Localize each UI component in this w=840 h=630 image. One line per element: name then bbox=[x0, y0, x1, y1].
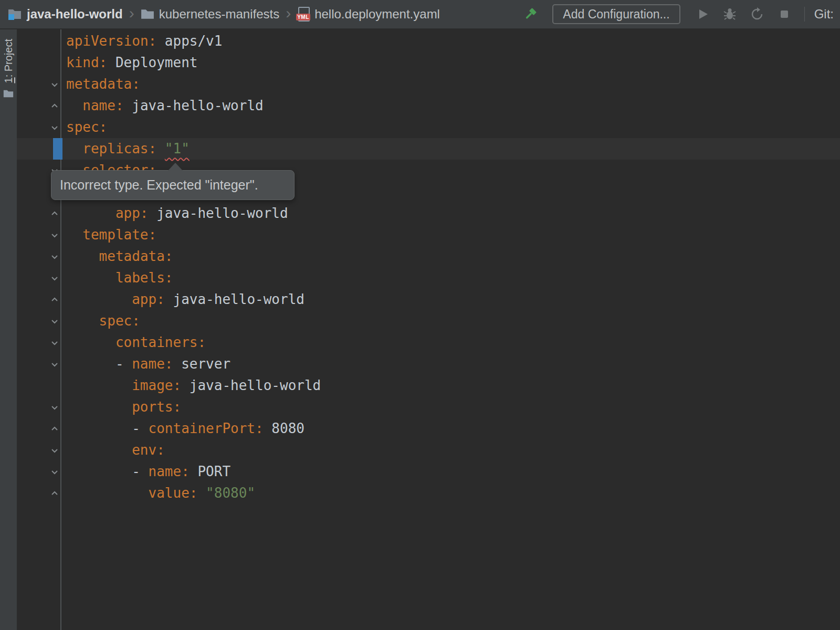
fold-region-end-icon[interactable] bbox=[50, 209, 59, 218]
debug-icon[interactable] bbox=[722, 7, 737, 22]
code-text: ports: bbox=[61, 396, 181, 418]
tooltip-text: Incorrect type. Expected "integer". bbox=[60, 177, 258, 193]
code-text: template: bbox=[61, 224, 156, 246]
code-line[interactable]: containers: bbox=[17, 332, 840, 353]
token-key: template: bbox=[82, 227, 156, 243]
token-key: name: bbox=[149, 464, 190, 479]
token-key: containerPort: bbox=[149, 421, 264, 436]
code-line[interactable]: apiVersion: apps/v1 bbox=[17, 30, 840, 52]
token-text bbox=[156, 141, 165, 156]
token-key: name: bbox=[82, 98, 123, 113]
code-line[interactable]: image: java-hello-world bbox=[17, 375, 840, 396]
code-line[interactable]: spec: bbox=[17, 310, 840, 332]
project-tool-window-label: 1: Project bbox=[3, 39, 15, 83]
fold-region-end-icon[interactable] bbox=[50, 424, 59, 434]
breadcrumb: java-hello-world › kubernetes-manifests … bbox=[7, 5, 440, 23]
profiler-icon[interactable] bbox=[750, 7, 764, 22]
code-line[interactable]: value: "8080" bbox=[17, 482, 840, 504]
code-lines: apiVersion: apps/v1kind: Deploymentmetad… bbox=[17, 29, 840, 504]
code-line[interactable]: replicas: "1" bbox=[17, 138, 840, 160]
token-text: apps/v1 bbox=[156, 33, 222, 49]
code-editor[interactable]: apiVersion: apps/v1kind: Deploymentmetad… bbox=[17, 29, 840, 630]
token-key: ports: bbox=[132, 399, 181, 415]
code-text: env: bbox=[61, 439, 165, 461]
run-toolbar: Add Configuration... G bbox=[517, 4, 836, 24]
code-line[interactable]: app: java-hello-world bbox=[17, 289, 840, 310]
code-line[interactable]: - containerPort: 8080 bbox=[17, 418, 840, 439]
fold-region-end-icon[interactable] bbox=[50, 489, 59, 498]
gutter bbox=[17, 95, 61, 117]
gutter bbox=[17, 375, 61, 396]
code-line[interactable]: - name: PORT bbox=[17, 461, 840, 482]
fold-region-start-icon[interactable] bbox=[50, 252, 59, 261]
fold-region-start-icon[interactable] bbox=[50, 123, 59, 132]
add-configuration-button[interactable]: Add Configuration... bbox=[552, 4, 680, 24]
code-line[interactable]: metadata: bbox=[17, 246, 840, 267]
gutter bbox=[17, 203, 61, 224]
code-line[interactable]: kind: Deployment bbox=[17, 52, 840, 74]
code-line[interactable]: app: java-hello-world bbox=[17, 203, 840, 224]
error-tooltip: Incorrect type. Expected "integer". bbox=[51, 170, 295, 200]
code-line[interactable]: template: bbox=[17, 224, 840, 246]
breadcrumb-file[interactable]: hello.deployment.yaml bbox=[314, 7, 440, 22]
code-text: spec: bbox=[61, 310, 140, 332]
code-line[interactable]: spec: bbox=[17, 117, 840, 138]
breadcrumb-folder[interactable]: kubernetes-manifests bbox=[159, 7, 279, 22]
token-text: java-hello-world bbox=[149, 205, 288, 221]
project-tool-window-button[interactable]: 1: Project bbox=[0, 39, 17, 100]
code-text: replicas: "1" bbox=[61, 138, 190, 160]
build-hammer-icon[interactable] bbox=[523, 7, 538, 22]
fold-region-start-icon[interactable] bbox=[50, 274, 59, 283]
breadcrumb-project[interactable]: java-hello-world bbox=[27, 7, 123, 22]
code-line[interactable]: ports: bbox=[17, 396, 840, 418]
token-text: - bbox=[116, 356, 132, 372]
code-line[interactable]: env: bbox=[17, 439, 840, 461]
token-key: metadata: bbox=[66, 76, 140, 92]
token-key: app: bbox=[132, 291, 165, 307]
token-key: apiVersion: bbox=[66, 33, 156, 49]
run-icon[interactable] bbox=[695, 7, 710, 22]
code-text: image: java-hello-world bbox=[61, 375, 321, 396]
git-branch-label[interactable]: Git: bbox=[814, 7, 834, 22]
gutter bbox=[17, 74, 61, 95]
token-key: app: bbox=[116, 205, 149, 221]
gutter bbox=[17, 52, 61, 74]
token-key: replicas: bbox=[82, 141, 156, 156]
gutter bbox=[17, 332, 61, 353]
stop-icon[interactable] bbox=[777, 7, 792, 22]
main-toolbar: java-hello-world › kubernetes-manifests … bbox=[0, 0, 840, 29]
code-line[interactable]: metadata: bbox=[17, 74, 840, 95]
fold-region-start-icon[interactable] bbox=[50, 467, 59, 477]
code-text: name: java-hello-world bbox=[61, 95, 264, 117]
project-icon bbox=[7, 8, 22, 20]
token-key: value: bbox=[149, 485, 198, 501]
token-text: java-hello-world bbox=[165, 291, 304, 307]
token-text: 8080 bbox=[264, 421, 304, 436]
fold-region-start-icon[interactable] bbox=[50, 446, 59, 455]
tooltip-arrow-icon bbox=[168, 163, 183, 171]
fold-region-end-icon[interactable] bbox=[50, 295, 59, 304]
fold-region-start-icon[interactable] bbox=[50, 80, 59, 89]
code-line[interactable]: labels: bbox=[17, 267, 840, 289]
code-line[interactable]: - name: server bbox=[17, 353, 840, 375]
token-key: image: bbox=[132, 377, 181, 393]
fold-region-start-icon[interactable] bbox=[50, 317, 59, 326]
code-text: value: "8080" bbox=[61, 482, 255, 504]
code-text: app: java-hello-world bbox=[61, 289, 304, 310]
fold-region-end-icon[interactable] bbox=[50, 101, 59, 111]
token-key: name: bbox=[132, 356, 173, 372]
token-key: spec: bbox=[99, 313, 140, 329]
folder-icon bbox=[3, 89, 14, 100]
code-line[interactable]: name: java-hello-world bbox=[17, 95, 840, 117]
gutter bbox=[17, 396, 61, 418]
gutter bbox=[17, 418, 61, 439]
fold-region-start-icon[interactable] bbox=[50, 338, 59, 348]
fold-region-start-icon[interactable] bbox=[50, 230, 59, 240]
breadcrumb-chevron-icon: › bbox=[286, 5, 291, 23]
token-text: Deployment bbox=[107, 55, 197, 70]
toolbar-separator bbox=[804, 7, 805, 22]
token-text: java-hello-world bbox=[181, 377, 321, 393]
gutter bbox=[17, 482, 61, 504]
fold-region-start-icon[interactable] bbox=[50, 360, 59, 369]
fold-region-start-icon[interactable] bbox=[50, 403, 59, 412]
